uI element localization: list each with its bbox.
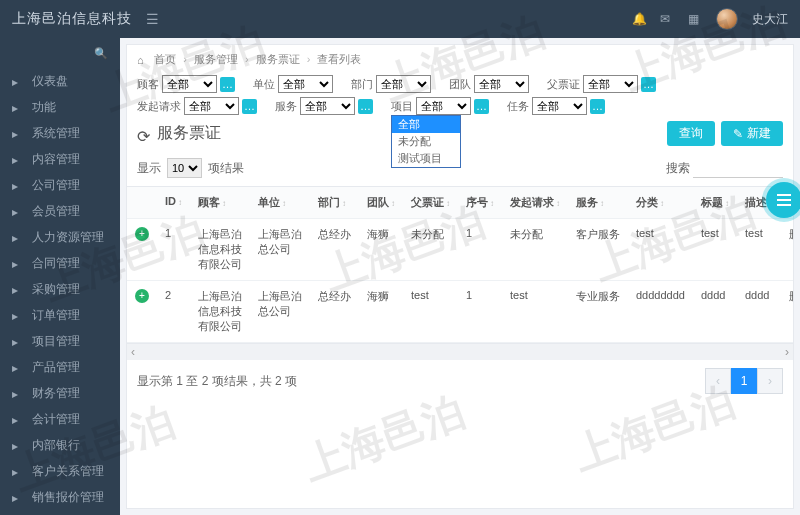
table-row: +1上海邑泊信息科技有限公司上海邑泊总公司总经办海狮未分配1未分配客户服务tes…: [127, 219, 793, 281]
hr-icon: ▸: [12, 231, 24, 243]
expand-icon[interactable]: +: [135, 227, 149, 241]
cell-id: 2: [157, 281, 190, 343]
sort-icon: ↕: [391, 199, 395, 208]
column-header[interactable]: 顾客↕: [190, 187, 250, 219]
sidebar-item[interactable]: ▸内部银行: [0, 432, 120, 458]
filter-select[interactable]: 全部: [416, 97, 471, 115]
sort-icon: ↕: [222, 199, 226, 208]
account-icon: ▸: [12, 413, 24, 425]
sort-icon: ↕: [556, 199, 560, 208]
column-header[interactable]: 服务↕: [568, 187, 628, 219]
dropdown-option[interactable]: 未分配: [392, 133, 460, 150]
cell-request: test: [502, 281, 568, 343]
sidebar-item[interactable]: ▸系统管理: [0, 120, 120, 146]
new-button[interactable]: ✎新建: [721, 121, 783, 146]
sidebar-item[interactable]: ▸客户关系管理: [0, 458, 120, 484]
horizontal-scrollbar[interactable]: ‹ ›: [127, 344, 793, 360]
column-header[interactable]: 发起请求↕: [502, 187, 568, 219]
filter-row: 发起请求全部…服务全部…项目全部…全部未分配测试项目任务全部…: [127, 93, 793, 115]
filter: 部门全部: [351, 75, 431, 93]
sidebar-item-label: 内容管理: [32, 151, 80, 168]
show-label-suffix: 项结果: [208, 160, 244, 177]
cell-action[interactable]: 删: [781, 281, 793, 343]
column-header[interactable]: 部门↕: [310, 187, 359, 219]
filter-add-button[interactable]: …: [358, 99, 373, 114]
expand-cell: +: [127, 219, 157, 281]
cell-parent: 未分配: [403, 219, 458, 281]
sidebar-item[interactable]: ▸会计管理: [0, 406, 120, 432]
sidebar-item[interactable]: ▸采购管理: [0, 276, 120, 302]
pager-page[interactable]: 1: [731, 368, 757, 394]
dropdown-option[interactable]: 测试项目: [392, 150, 460, 167]
avatar[interactable]: [716, 8, 738, 30]
sidebar-item[interactable]: ▸财务管理: [0, 380, 120, 406]
sidebar-item[interactable]: ▸合同管理: [0, 250, 120, 276]
bank-icon: ▸: [12, 439, 24, 451]
sidebar-item[interactable]: ▸内容管理: [0, 146, 120, 172]
bell-icon[interactable]: 🔔: [632, 12, 646, 26]
column-header[interactable]: 序号↕: [458, 187, 502, 219]
sidebar-item[interactable]: ▸功能: [0, 94, 120, 120]
filter: 单位全部: [253, 75, 333, 93]
grid-icon[interactable]: ▦: [688, 12, 702, 26]
dropdown-option[interactable]: 全部: [392, 116, 460, 133]
breadcrumb-part[interactable]: 服务票证: [256, 53, 300, 65]
filter-select[interactable]: 全部: [532, 97, 587, 115]
filter-label: 单位: [253, 77, 275, 92]
filter-label: 任务: [507, 99, 529, 114]
column-header[interactable]: 单位↕: [250, 187, 310, 219]
cell-category: test: [628, 219, 693, 281]
column-header[interactable]: ID↕: [157, 187, 190, 219]
filter-select[interactable]: 全部: [474, 75, 529, 93]
sidebar-item[interactable]: ▸公司管理: [0, 172, 120, 198]
filter-select[interactable]: 全部: [278, 75, 333, 93]
filter-select[interactable]: 全部: [376, 75, 431, 93]
sidebar-search[interactable]: 🔍: [0, 38, 120, 68]
breadcrumb-part[interactable]: 服务管理: [194, 53, 238, 65]
sidebar-item-label: 仪表盘: [32, 73, 68, 90]
column-header[interactable]: 父票证↕: [403, 187, 458, 219]
expand-icon[interactable]: +: [135, 289, 149, 303]
sidebar-item-label: 内部银行: [32, 437, 80, 454]
dropdown-list[interactable]: 全部未分配测试项目: [391, 115, 461, 168]
filter-select[interactable]: 全部: [300, 97, 355, 115]
sidebar-item[interactable]: ▸会员管理: [0, 198, 120, 224]
filter-add-button[interactable]: …: [590, 99, 605, 114]
column-header[interactable]: 分类↕: [628, 187, 693, 219]
filter-add-button[interactable]: …: [474, 99, 489, 114]
home-icon[interactable]: ⌂: [137, 46, 148, 57]
search-input[interactable]: [693, 159, 783, 178]
cell-action[interactable]: 删: [781, 219, 793, 281]
dashboard-icon: ▸: [12, 75, 24, 87]
sidebar-item-label: 订单管理: [32, 307, 80, 324]
sidebar-item[interactable]: ▸销售报价管理: [0, 484, 120, 510]
refresh-icon[interactable]: ⟳: [137, 127, 151, 141]
filter-add-button[interactable]: …: [641, 77, 656, 92]
username[interactable]: 史大江: [752, 11, 788, 28]
column-header[interactable]: [127, 187, 157, 219]
cell-request: 未分配: [502, 219, 568, 281]
sidebar-item[interactable]: ▸项目管理: [0, 328, 120, 354]
query-button[interactable]: 查询: [667, 121, 715, 146]
sidebar-item[interactable]: ▸产品管理: [0, 354, 120, 380]
pager-prev[interactable]: ‹: [705, 368, 731, 394]
sidebar-item[interactable]: ▸仪表盘: [0, 68, 120, 94]
filter-add-button[interactable]: …: [242, 99, 257, 114]
filter-select[interactable]: 全部: [162, 75, 217, 93]
filter-add-button[interactable]: …: [220, 77, 235, 92]
pager-row: 显示第 1 至 2 项结果，共 2 项 ‹1›: [127, 360, 793, 402]
floating-menu-button[interactable]: [766, 182, 800, 218]
column-header[interactable]: 团队↕: [359, 187, 403, 219]
breadcrumb-home[interactable]: 首页: [154, 53, 176, 65]
pager-next[interactable]: ›: [757, 368, 783, 394]
sidebar-item[interactable]: ▸人力资源管理: [0, 224, 120, 250]
sidebar-item[interactable]: ▸订单管理: [0, 302, 120, 328]
sort-icon: ↕: [178, 198, 182, 207]
sidebar-toggle[interactable]: ☰: [146, 11, 159, 27]
filter-select[interactable]: 全部: [583, 75, 638, 93]
page-title-text: 服务票证: [157, 123, 221, 144]
page-size-select[interactable]: 10: [167, 158, 202, 178]
mail-icon[interactable]: ✉: [660, 12, 674, 26]
column-header[interactable]: 标题↕: [693, 187, 737, 219]
filter-select[interactable]: 全部: [184, 97, 239, 115]
